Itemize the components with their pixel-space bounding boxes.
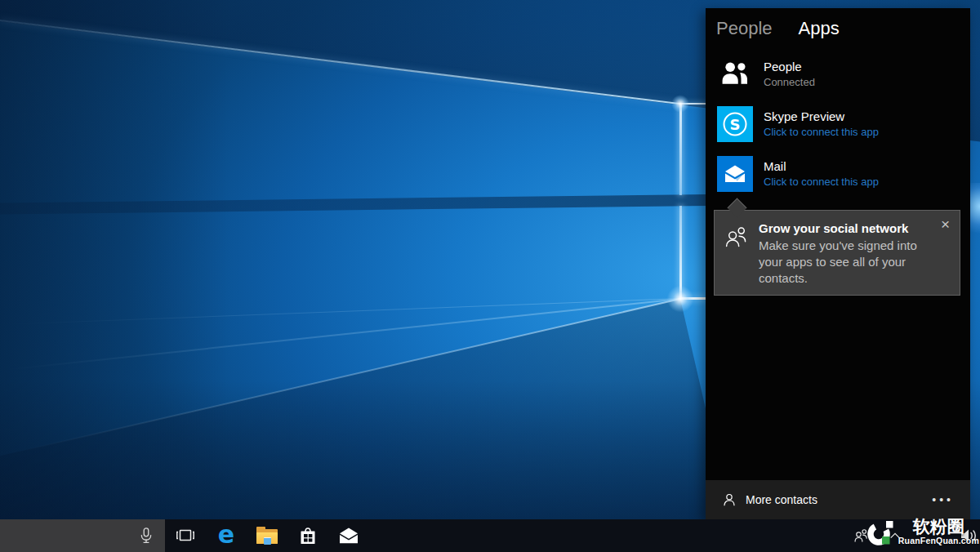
app-row-skype[interactable]: S Skype Preview Click to connect this ap… xyxy=(706,99,970,149)
more-options-icon[interactable]: ••• xyxy=(932,493,954,506)
person-icon xyxy=(722,492,737,507)
task-view-icon xyxy=(176,527,195,545)
people-flyout-panel: People Apps People xyxy=(706,8,970,519)
flyout-tabs: People Apps xyxy=(706,8,970,39)
app-name: Skype Preview xyxy=(764,109,879,123)
people-tray-icon xyxy=(853,528,870,543)
app-name: Mail xyxy=(764,159,879,173)
taskbar-app-buttons: e xyxy=(165,519,369,552)
tooltip-title: Grow your social network xyxy=(759,221,932,235)
show-hidden-icons-button[interactable] xyxy=(884,519,906,552)
app-row-people[interactable]: People Connected xyxy=(706,49,970,99)
window-light-edge xyxy=(679,206,682,299)
edge-button[interactable]: e xyxy=(206,519,247,552)
mail-button[interactable] xyxy=(328,519,369,552)
app-name: People xyxy=(764,60,815,73)
add-contacts-icon xyxy=(724,221,759,295)
app-row-mail[interactable]: Mail Click to connect this app xyxy=(706,149,970,198)
taskbar: e xyxy=(0,519,980,552)
tab-apps[interactable]: Apps xyxy=(799,18,840,39)
connected-apps-list: People Connected S Skype Preview Click t… xyxy=(706,49,970,198)
more-contacts-bar[interactable]: More contacts ••• xyxy=(706,480,970,519)
file-explorer-button[interactable] xyxy=(247,519,287,552)
edge-icon: e xyxy=(218,523,234,547)
people-app-icon xyxy=(717,56,753,92)
tooltip-content: Grow your social network Make sure you'v… xyxy=(759,221,932,295)
file-explorer-icon xyxy=(256,528,278,545)
store-button[interactable] xyxy=(287,519,328,552)
microphone-icon xyxy=(138,527,154,545)
app-text: Mail Click to connect this app xyxy=(764,159,879,188)
volume-icon xyxy=(960,528,978,544)
volume-button[interactable] xyxy=(957,519,980,552)
cortana-search-box[interactable] xyxy=(0,519,165,552)
light-glow xyxy=(671,95,689,113)
my-people-tray-button[interactable] xyxy=(848,519,875,552)
connect-app-link[interactable]: Click to connect this app xyxy=(764,176,879,188)
system-tray xyxy=(841,519,980,552)
connect-app-link[interactable]: Click to connect this app xyxy=(764,126,879,138)
screen: People Apps People xyxy=(0,0,980,552)
more-contacts-label: More contacts xyxy=(746,493,817,506)
store-icon xyxy=(298,525,318,546)
grow-network-tooltip: Grow your social network Make sure you'v… xyxy=(714,210,960,296)
wallpaper-shade xyxy=(0,0,229,552)
chevron-up-icon xyxy=(889,532,901,540)
window-light-edge xyxy=(679,103,682,195)
app-text: Skype Preview Click to connect this app xyxy=(764,109,879,138)
app-status-connected: Connected xyxy=(764,76,815,88)
tab-people[interactable]: People xyxy=(716,18,773,39)
close-icon[interactable]: × xyxy=(941,216,950,232)
svg-text:S: S xyxy=(730,115,741,132)
tooltip-body: Make sure you've signed into your apps t… xyxy=(759,238,932,287)
mail-taskbar-icon xyxy=(338,527,359,545)
skype-icon: S xyxy=(717,106,753,142)
task-view-button[interactable] xyxy=(165,519,206,552)
app-text: People Connected xyxy=(764,60,815,88)
light-glow xyxy=(667,286,693,312)
mail-icon xyxy=(717,156,753,192)
